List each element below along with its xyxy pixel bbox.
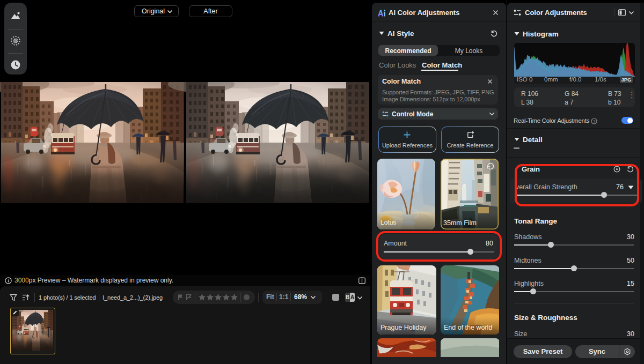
svg-text:Lotus: Lotus bbox=[380, 219, 396, 226]
svg-text:35mm Film: 35mm Film bbox=[443, 219, 477, 227]
svg-text:?: ? bbox=[593, 119, 595, 124]
svg-text:Prague Holiday: Prague Holiday bbox=[380, 324, 427, 331]
svg-text:End of the world: End of the world bbox=[444, 324, 492, 331]
